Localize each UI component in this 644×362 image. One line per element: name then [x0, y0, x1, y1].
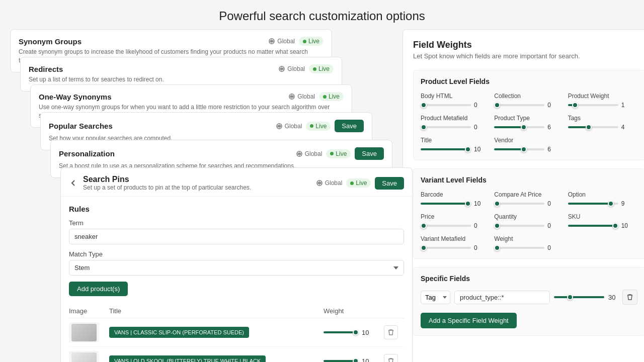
- fw-field-variant: Weight 0: [494, 235, 564, 251]
- delete-product-1-button[interactable]: [384, 325, 398, 339]
- product-image-1: [69, 322, 109, 342]
- fw-slider-variant-metafield[interactable]: [421, 247, 471, 249]
- fw-field-variant: Compare At Price 0: [494, 191, 564, 207]
- search-pins-badges: Global Live Save: [316, 177, 404, 190]
- synonym-groups-live: Live: [299, 37, 324, 46]
- one-way-live: Live: [319, 92, 344, 101]
- synonym-groups-badges: Global Live: [268, 37, 324, 46]
- left-panel: Synonym Groups Global Live Create synony…: [10, 29, 392, 362]
- fw-field-variant: Variant Metafield 0: [421, 235, 490, 251]
- popular-searches-save-button[interactable]: Save: [335, 120, 364, 132]
- product-action-1: [384, 325, 404, 339]
- product-weight-2: 10: [324, 357, 384, 363]
- redirects-badges: Global Live: [278, 64, 334, 73]
- fw-field-product: Vendor 6: [494, 137, 564, 153]
- search-pins-header-left: Search Pins Set up a set of products to …: [69, 175, 251, 191]
- term-group: Term: [69, 219, 404, 244]
- variant-section-title: Variant Level Fields: [421, 176, 637, 184]
- one-way-synonyms-badges: Global Live: [288, 92, 344, 101]
- card-search-pins: Search Pins Set up a set of products to …: [60, 167, 413, 362]
- personalization-badges: Global Live Save: [296, 147, 384, 160]
- fw-field-variant: Price 0: [421, 213, 490, 229]
- personalization-global: Global: [296, 150, 323, 157]
- fw-slider-product-weight[interactable]: [568, 104, 618, 106]
- fw-slider-weight[interactable]: [494, 247, 544, 249]
- fw-field-variant: Barcode 10: [421, 191, 490, 207]
- weight-slider-container-1: 10: [324, 329, 384, 336]
- redirects-global: Global: [278, 65, 305, 72]
- specific-delete-button-0[interactable]: [622, 290, 637, 305]
- fw-field-product: Product Weight 1: [568, 93, 637, 109]
- fw-field-variant: SKU 10: [568, 213, 637, 229]
- product-title-1: VANS | CLASSIC SLIP-ON (PERFORATED SUEDE…: [109, 327, 324, 338]
- fw-slider-vendor[interactable]: [494, 148, 544, 150]
- specific-tag-select-0[interactable]: Tag Field: [421, 291, 450, 304]
- col-image-header: Image: [69, 307, 109, 315]
- product-title-2: VANS | OLD SKOOL (BUTTERFLY) TRUE WHITE …: [109, 355, 324, 362]
- synonym-groups-global: Global: [268, 38, 295, 45]
- personalization-title: Personalization: [59, 149, 115, 158]
- fw-field-product: Title 10: [421, 137, 490, 153]
- term-input[interactable]: [69, 229, 404, 244]
- specific-fields-title: Specific Fields: [421, 275, 637, 283]
- specific-field-row: Tag Field 30: [421, 290, 637, 305]
- specific-weight-slider-0[interactable]: [554, 296, 604, 298]
- personalization-save-button[interactable]: Save: [355, 147, 384, 160]
- product-title-btn-2[interactable]: VANS | OLD SKOOL (BUTTERFLY) TRUE WHITE …: [109, 355, 266, 362]
- fw-slider-quantity[interactable]: [494, 225, 544, 227]
- fw-slider-title[interactable]: [421, 148, 471, 150]
- col-weight-header: Weight: [324, 307, 384, 315]
- col-title-header: Title: [109, 307, 324, 315]
- fw-slider-product-type[interactable]: [494, 126, 544, 128]
- search-pins-save-button[interactable]: Save: [375, 177, 404, 190]
- fw-slider-collection[interactable]: [494, 104, 544, 106]
- delete-product-2-button[interactable]: [384, 354, 398, 362]
- weight-slider-2[interactable]: [324, 360, 359, 362]
- product-title-btn-1[interactable]: VANS | CLASSIC SLIP-ON (PERFORATED SUEDE…: [109, 327, 249, 338]
- match-type-select[interactable]: Stem Exact Prefix: [69, 260, 404, 276]
- fw-slider-body-html[interactable]: [421, 104, 471, 106]
- add-specific-field-button[interactable]: Add a Specific Field Weight: [421, 313, 517, 328]
- search-pins-title-group: Search Pins Set up a set of products to …: [83, 175, 251, 191]
- search-pins-title: Search Pins: [83, 175, 251, 184]
- field-weights-title: Field Weights: [413, 40, 644, 50]
- field-weights-desc: Let Spot know which fields are more impo…: [413, 52, 644, 60]
- fw-field-product: Tags 4: [568, 115, 637, 131]
- rules-title: Rules: [69, 205, 404, 213]
- personalization-live: Live: [326, 149, 351, 158]
- fw-slider-option[interactable]: [568, 203, 618, 205]
- back-button[interactable]: [69, 178, 78, 188]
- field-weights-card: Field Weights Let Spot know which fields…: [403, 29, 644, 362]
- specific-field-input-0[interactable]: [454, 291, 550, 304]
- fw-slider-sku[interactable]: [568, 225, 618, 227]
- popular-searches-title: Popular Searches: [49, 122, 113, 130]
- weight-slider-container-2: 10: [324, 357, 384, 363]
- search-pins-body: Rules Term Match Type Stem Exact Prefix …: [61, 197, 412, 362]
- fw-slider-tags[interactable]: [568, 126, 618, 128]
- popular-searches-global: Global: [276, 123, 302, 130]
- variant-fields-grid: Barcode 10 Compare At Price 0 Option 9 P…: [421, 191, 637, 251]
- add-products-button[interactable]: Add product(s): [69, 282, 128, 296]
- fw-slider-product-metafield[interactable]: [421, 126, 471, 128]
- synonym-groups-title: Synonym Groups: [19, 37, 82, 46]
- fw-field-variant: Quantity 0: [494, 213, 564, 229]
- popular-searches-live: Live: [306, 122, 331, 131]
- fw-field-variant: Option 9: [568, 191, 637, 207]
- fw-slider-price[interactable]: [421, 225, 471, 227]
- fw-field-product: Collection 0: [494, 93, 564, 109]
- search-pins-header: Search Pins Set up a set of products to …: [61, 168, 412, 197]
- fw-field-product: Product Type 6: [494, 115, 564, 131]
- search-pins-desc: Set up a set of products to pin at the t…: [83, 184, 251, 191]
- weight-value-1: 10: [362, 329, 372, 336]
- redirects-title: Redirects: [29, 65, 63, 73]
- page-title: Powerful search customization options: [0, 0, 644, 29]
- product-action-2: [384, 354, 404, 362]
- redirects-desc: Set up a list of terms to for searches t…: [29, 75, 334, 84]
- fw-slider-barcode[interactable]: [421, 203, 471, 205]
- variant-level-section: Variant Level Fields Barcode 10 Compare …: [413, 168, 644, 259]
- weight-slider-1[interactable]: [324, 331, 359, 333]
- match-type-label: Match Type: [69, 250, 404, 258]
- fw-slider-compare-at-price[interactable]: [494, 203, 544, 205]
- fw-field-product: Body HTML 0: [421, 93, 490, 109]
- specific-fields-rows: Tag Field 30: [421, 290, 637, 305]
